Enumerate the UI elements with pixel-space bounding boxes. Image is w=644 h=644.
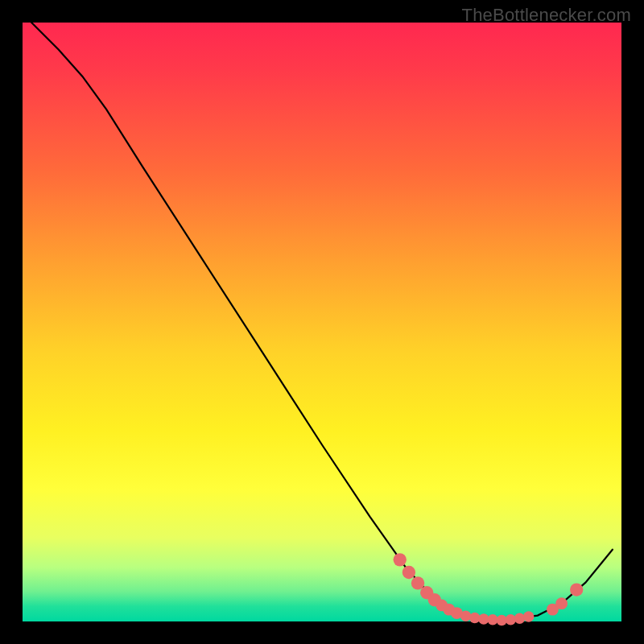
chart-frame: TheBottlenecker.com — [0, 0, 644, 644]
data-marker — [411, 576, 424, 589]
plot-area — [23, 23, 621, 621]
data-marker — [555, 597, 568, 609]
marker-group — [394, 553, 584, 625]
data-marker — [570, 583, 583, 596]
data-marker — [523, 611, 534, 621]
curve-line — [31, 23, 613, 621]
data-marker — [514, 613, 525, 624]
chart-svg — [23, 23, 621, 621]
data-marker — [460, 611, 471, 621]
data-marker — [394, 553, 407, 566]
data-marker — [402, 566, 415, 579]
